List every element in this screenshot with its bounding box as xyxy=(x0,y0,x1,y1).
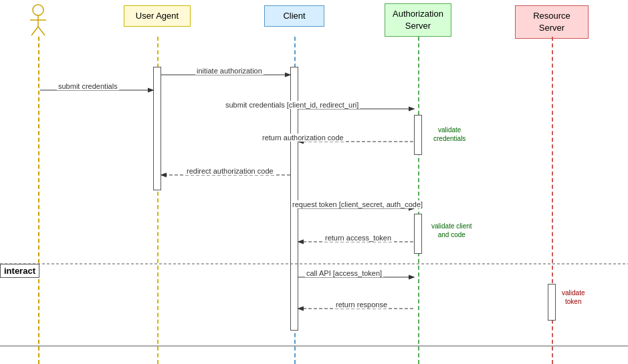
label-m6: request token [client_secret, auth_code] xyxy=(291,200,424,208)
label-m8: call API [access_token] xyxy=(305,269,383,277)
label-m3: submit credentials [client_id, redirect_… xyxy=(224,101,360,109)
activation-resource xyxy=(548,284,556,321)
svg-line-3 xyxy=(31,27,38,35)
header-useragent: User Agent xyxy=(124,5,191,27)
sequence-diagram: User Agent Client Authorization Server R… xyxy=(0,0,628,364)
header-authserver: Authorization Server xyxy=(385,3,451,37)
lifeline-user xyxy=(38,37,39,364)
svg-point-0 xyxy=(33,5,43,15)
note-validate-client: validate clientand code xyxy=(431,222,472,239)
header-client: Client xyxy=(264,5,324,27)
label-m1: initiate authorization xyxy=(195,67,264,75)
note-validate-credentials: validatecredentials xyxy=(433,126,465,143)
activation-authserver-1 xyxy=(414,115,422,155)
label-m4: return authorization code xyxy=(261,134,345,142)
label-m9: return response xyxy=(334,301,389,309)
actor-user xyxy=(23,3,53,38)
activation-useragent xyxy=(153,67,161,190)
frame-interact-label: interact xyxy=(0,264,39,278)
label-m7: return access_token xyxy=(324,234,393,242)
arrows-svg xyxy=(0,0,628,364)
activation-authserver-2 xyxy=(414,214,422,254)
note-validate-token: validatetoken xyxy=(562,289,585,306)
label-m2: submit credentials xyxy=(57,82,119,90)
label-m5: redirect authorization code xyxy=(185,167,275,175)
svg-line-4 xyxy=(38,27,45,35)
header-resource: Resource Server xyxy=(515,5,589,39)
